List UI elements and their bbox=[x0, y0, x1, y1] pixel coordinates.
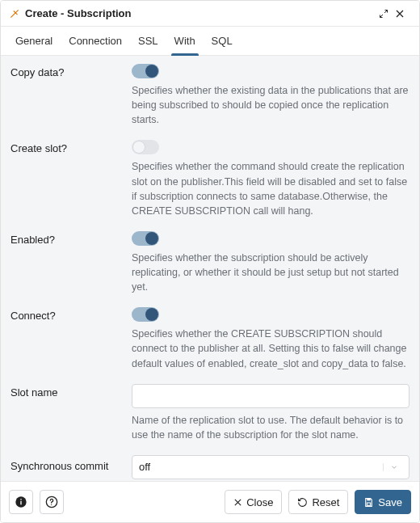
copy-data-toggle[interactable] bbox=[132, 64, 159, 78]
close-button[interactable]: Close bbox=[225, 490, 282, 514]
enabled-help: Specifies whether the subscription shoul… bbox=[10, 251, 410, 294]
reset-icon bbox=[297, 497, 308, 508]
enabled-toggle[interactable] bbox=[132, 231, 159, 246]
close-window-button[interactable] bbox=[395, 9, 411, 19]
create-slot-help: Specifies whether the command should cre… bbox=[10, 159, 410, 218]
connect-toggle[interactable] bbox=[132, 307, 159, 322]
titlebar: Create - Subscription bbox=[1, 1, 419, 27]
footer: Close Reset Save bbox=[1, 481, 419, 522]
tab-connection[interactable]: Connection bbox=[61, 27, 130, 56]
synchronous-commit-value: off bbox=[139, 461, 383, 473]
save-label: Save bbox=[378, 496, 402, 508]
svg-rect-5 bbox=[368, 498, 371, 500]
create-slot-label: Create slot? bbox=[10, 140, 132, 154]
tab-sql[interactable]: SQL bbox=[204, 27, 241, 56]
close-icon bbox=[233, 498, 242, 507]
slot-name-label: Slot name bbox=[10, 384, 132, 399]
reset-button[interactable]: Reset bbox=[288, 490, 348, 514]
svg-rect-2 bbox=[20, 499, 21, 500]
slot-name-help: Name of the replication slot to use. The… bbox=[10, 413, 410, 442]
subscription-icon bbox=[9, 8, 20, 19]
connect-help: Specifies whether the CREATE SUBSCRIPTIO… bbox=[10, 327, 410, 370]
connect-label: Connect? bbox=[10, 307, 132, 322]
maximize-button[interactable] bbox=[379, 9, 395, 19]
info-button[interactable] bbox=[9, 490, 33, 514]
slot-name-input[interactable] bbox=[132, 384, 410, 408]
svg-rect-1 bbox=[20, 501, 21, 505]
close-label: Close bbox=[246, 496, 273, 508]
form-body: Copy data? Specifies whether the existin… bbox=[1, 56, 419, 481]
save-icon bbox=[363, 497, 374, 508]
tab-with[interactable]: With bbox=[166, 27, 204, 56]
save-button[interactable]: Save bbox=[355, 490, 411, 514]
tab-general[interactable]: General bbox=[7, 27, 61, 56]
synchronous-commit-select[interactable]: off bbox=[132, 455, 410, 479]
tab-ssl[interactable]: SSL bbox=[130, 27, 166, 56]
copy-data-help: Specifies whether the existing data in t… bbox=[10, 83, 410, 127]
help-button[interactable] bbox=[40, 490, 64, 514]
synchronous-commit-label: Synchronous commit bbox=[10, 455, 132, 472]
copy-data-label: Copy data? bbox=[10, 64, 132, 78]
svg-rect-6 bbox=[368, 503, 371, 505]
create-slot-toggle bbox=[132, 140, 159, 154]
reset-label: Reset bbox=[312, 496, 339, 508]
chevron-down-icon bbox=[383, 463, 402, 471]
enabled-label: Enabled? bbox=[10, 231, 132, 246]
svg-point-4 bbox=[51, 504, 52, 505]
window-title: Create - Subscription bbox=[25, 7, 379, 19]
tab-bar: General Connection SSL With SQL bbox=[1, 27, 419, 56]
